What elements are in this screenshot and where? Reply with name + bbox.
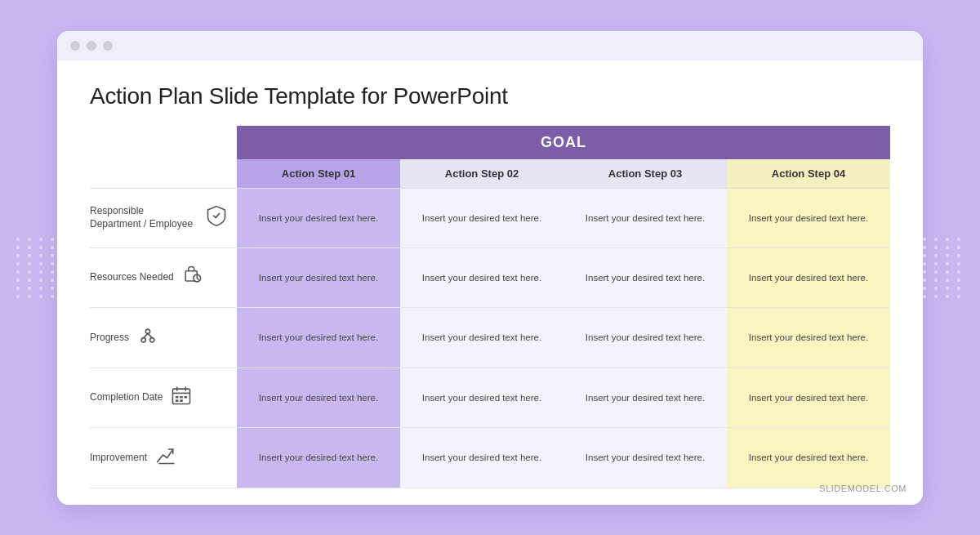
svg-rect-13 (185, 396, 188, 399)
row-label-improvement: Improvement (90, 428, 237, 487)
table-row: Improvement Insert your desired text her… (90, 428, 890, 488)
browser-window: Action Plan Slide Template for PowerPoin… (57, 31, 923, 505)
row-label-progress: Progress (90, 308, 237, 367)
data-cell[interactable]: Insert your desired text here. (727, 248, 890, 307)
row-label-text: Progress (90, 332, 129, 345)
svg-rect-15 (180, 399, 184, 402)
data-rows: Responsible Department / Employee Insert… (90, 189, 890, 488)
table-row: Resources Needed Insert your desired tex… (90, 248, 890, 308)
action-step-04-header: Action Step 04 (727, 159, 890, 188)
data-cell[interactable]: Insert your desired text here. (237, 189, 400, 247)
data-cell[interactable]: Insert your desired text here. (564, 428, 727, 487)
svg-point-3 (141, 337, 145, 341)
browser-bar (57, 31, 923, 60)
action-steps-header: Action Step 01 Action Step 02 Action Ste… (90, 159, 890, 189)
svg-rect-14 (176, 399, 179, 402)
action-step-03-header: Action Step 03 (564, 159, 727, 188)
shield-icon (204, 204, 229, 232)
traffic-light-close (70, 41, 80, 51)
goal-spacer (90, 126, 237, 159)
svg-point-4 (150, 337, 154, 341)
data-cell[interactable]: Insert your desired text here. (237, 368, 400, 427)
data-cell[interactable]: Insert your desired text here. (727, 308, 890, 367)
action-spacer (90, 159, 237, 188)
data-cell[interactable]: Insert your desired text here. (727, 189, 890, 247)
progress-icon (136, 324, 160, 352)
row-label-completion: Completion Date (90, 368, 237, 427)
data-cell[interactable]: Insert your desired text here. (564, 308, 727, 367)
row-label-text: Responsible Department / Employee (90, 205, 198, 230)
data-cell[interactable]: Insert your desired text here. (727, 368, 890, 427)
row-label-responsible: Responsible Department / Employee (90, 189, 237, 247)
data-cell[interactable]: Insert your desired text here. (564, 248, 727, 307)
traffic-light-minimize (87, 41, 96, 51)
resources-icon (180, 264, 205, 292)
data-cell[interactable]: Insert your desired text here. (400, 428, 564, 487)
data-cell[interactable]: Insert your desired text here. (237, 308, 400, 367)
data-cell[interactable]: Insert your desired text here. (400, 189, 564, 247)
svg-line-5 (144, 333, 148, 337)
table-row: Progress Insert your desired text here (90, 308, 890, 368)
action-plan-table: GOAL Action Step 01 Action Step 02 Actio… (90, 126, 890, 488)
row-label-resources: Resources Needed (90, 248, 237, 307)
goal-label: GOAL (237, 126, 890, 159)
action-step-01-header: Action Step 01 (237, 159, 400, 188)
calendar-icon (169, 384, 194, 412)
svg-rect-12 (180, 396, 184, 399)
data-cell[interactable]: Insert your desired text here. (564, 368, 727, 427)
row-label-text: Improvement (90, 452, 147, 465)
svg-point-2 (145, 329, 149, 333)
table-row: Completion Date (90, 368, 890, 428)
data-cell[interactable]: Insert your desired text here. (564, 189, 727, 247)
action-step-02-header: Action Step 02 (400, 159, 564, 188)
data-cell[interactable]: Insert your desired text here. (727, 428, 890, 487)
improvement-icon (154, 444, 178, 471)
slidemodel-credit: SLIDEMODEL.COM (819, 484, 906, 493)
row-label-text: Resources Needed (90, 271, 174, 284)
svg-line-6 (148, 333, 152, 337)
slide-title: Action Plan Slide Template for PowerPoin… (90, 83, 890, 109)
data-cell[interactable]: Insert your desired text here. (237, 248, 400, 307)
data-cell[interactable]: Insert your desired text here. (400, 248, 564, 307)
data-cell[interactable]: Insert your desired text here. (400, 308, 564, 367)
row-label-text: Completion Date (90, 391, 163, 404)
goal-header-row: GOAL (90, 126, 890, 159)
traffic-light-maximize (103, 41, 113, 51)
svg-rect-11 (176, 396, 179, 399)
data-cell[interactable]: Insert your desired text here. (400, 368, 564, 427)
slide-content: Action Plan Slide Template for PowerPoin… (57, 60, 923, 505)
data-cell[interactable]: Insert your desired text here. (237, 428, 400, 487)
table-row: Responsible Department / Employee Insert… (90, 189, 890, 248)
